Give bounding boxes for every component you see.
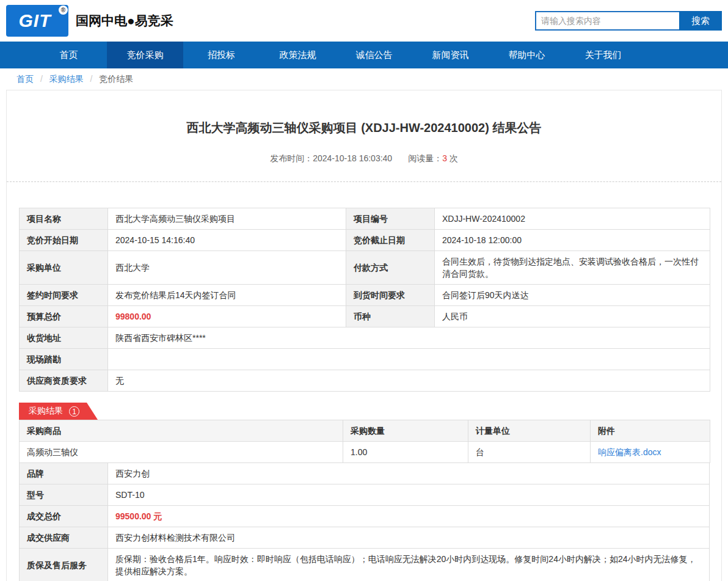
info-label: 币种 [346, 306, 435, 327]
logo-git-text: GIT [19, 10, 56, 31]
breadcrumb-separator: / [90, 74, 93, 84]
breadcrumb: 首页 / 采购结果 / 竞价结果 [0, 68, 728, 90]
site-brand-title: 国网中电●易竞采 [76, 12, 173, 29]
info-label: 收货地址 [20, 327, 108, 349]
column-header-quantity: 采购数量 [343, 420, 468, 442]
product-name-cell: 高频动三轴仪 [20, 442, 343, 463]
views-count: 3 [442, 153, 447, 163]
column-header-unit: 计量单位 [468, 420, 591, 442]
info-value: 发布竞价结果后14天内签订合同 [108, 285, 346, 306]
info-value: 2024-10-18 12:00:00 [435, 230, 710, 251]
info-value: 西北大学 [108, 251, 346, 285]
breadcrumb-home-link[interactable]: 首页 [16, 74, 34, 84]
attachment-file-link[interactable]: 响应偏离表.docx [598, 447, 661, 457]
info-value [108, 349, 710, 370]
product-result-table: 采购商品 采购数量 计量单位 附件 高频动三轴仪 1.00 台 响应偏离表.do… [19, 420, 710, 463]
project-info-table: 项目名称 西北大学高频动三轴仪采购项目 项目编号 XDJJ-HW-2024100… [19, 208, 710, 392]
column-header-attachment: 附件 [591, 420, 710, 442]
detail-value: 西安力创 [108, 463, 710, 484]
table-row: 签约时间要求 发布竞价结果后14天内签订合同 到货时间要求 合同签订后90天内送… [20, 285, 710, 306]
views-unit: 次 [450, 153, 458, 163]
detail-label: 质保及售后服务 [20, 549, 108, 581]
info-label: 供应商资质要求 [20, 370, 108, 392]
detail-value: 西安力创材料检测技术有限公司 [108, 527, 710, 549]
main-nav: 首页 竞价采购 招投标 政策法规 诚信公告 新闻资讯 帮助中心 关于我们 [0, 42, 728, 68]
dashed-divider [7, 181, 721, 182]
quantity-cell: 1.00 [343, 442, 468, 463]
nav-item-policies[interactable]: 政策法规 [260, 42, 336, 68]
breadcrumb-separator: / [40, 74, 43, 84]
info-value: XDJJ-HW-202410002 [435, 208, 710, 230]
table-row: 项目名称 西北大学高频动三轴仪采购项目 项目编号 XDJJ-HW-2024100… [20, 208, 710, 230]
procurement-result-ribbon: 采购结果 1 [19, 403, 98, 420]
table-row: 成交供应商 西安力创材料检测技术有限公司 [20, 527, 710, 549]
unit-cell: 台 [468, 442, 591, 463]
info-value: 合同签订后90天内送达 [435, 285, 710, 306]
detail-value: SDT-10 [108, 484, 710, 506]
nav-item-help-center[interactable]: 帮助中心 [489, 42, 565, 68]
result-count-badge: 1 [69, 406, 79, 417]
search-bar: 搜索 [535, 11, 722, 31]
nav-item-about-us[interactable]: 关于我们 [565, 42, 641, 68]
result-section-header: 采购结果 1 [19, 403, 721, 420]
publish-time-label: 发布时间： [270, 153, 313, 163]
info-value: 2024-10-15 14:16:40 [108, 230, 346, 251]
detail-value: 质保期：验收合格后1年。响应时效：即时响应（包括电话响应）；电话响应无法解决20… [108, 549, 710, 581]
detail-label: 品牌 [20, 463, 108, 484]
breadcrumb-procurement-results-link[interactable]: 采购结果 [49, 74, 84, 84]
table-row: 质保及售后服务 质保期：验收合格后1年。响应时效：即时响应（包括电话响应）；电话… [20, 549, 710, 581]
table-row: 现场踏勘 [20, 349, 710, 370]
attachment-cell: 响应偏离表.docx [591, 442, 710, 463]
info-value: 无 [108, 370, 710, 392]
info-value: 合同生效后，待货物到达指定地点、安装调试验收合格后，一次性付清合同货款。 [435, 251, 710, 285]
info-label: 竞价截止日期 [346, 230, 435, 251]
table-row: 预算总价 99800.00 币种 人民币 [20, 306, 710, 327]
nav-item-bidding-procurement[interactable]: 竞价采购 [107, 42, 183, 68]
table-row: 高频动三轴仪 1.00 台 响应偏离表.docx [20, 442, 710, 463]
search-input[interactable] [535, 11, 679, 31]
column-header-product: 采购商品 [20, 420, 343, 442]
nav-item-home[interactable]: 首页 [31, 42, 107, 68]
table-row: 型号 SDT-10 [20, 484, 710, 506]
breadcrumb-current-page: 竞价结果 [99, 74, 133, 84]
page-title: 西北大学高频动三轴仪采购项目 (XDJJ-HW-202410002) 结果公告 [7, 120, 721, 136]
table-row: 品牌 西安力创 [20, 463, 710, 484]
site-logo[interactable]: GIT ® [6, 5, 68, 37]
detail-label: 型号 [20, 484, 108, 506]
table-header-row: 采购商品 采购数量 计量单位 附件 [20, 420, 710, 442]
info-value: 西北大学高频动三轴仪采购项目 [108, 208, 346, 230]
detail-label: 成交总价 [20, 506, 108, 527]
detail-label: 成交供应商 [20, 527, 108, 549]
article-meta: 发布时间：2024-10-18 16:03:40阅读量：3 次 [7, 153, 721, 164]
info-label: 项目编号 [346, 208, 435, 230]
registered-trademark-icon: ® [59, 5, 68, 15]
info-label: 现场踏勘 [20, 349, 108, 370]
nav-item-tenders[interactable]: 招投标 [183, 42, 260, 68]
info-label: 付款方式 [346, 251, 435, 285]
info-value: 陕西省西安市碑林区**** [108, 327, 710, 349]
table-row: 竞价开始日期 2024-10-15 14:16:40 竞价截止日期 2024-1… [20, 230, 710, 251]
info-label: 签约时间要求 [20, 285, 108, 306]
info-label: 竞价开始日期 [20, 230, 108, 251]
table-row: 成交总价 99500.00 元 [20, 506, 710, 527]
budget-total-value: 99800.00 [108, 306, 346, 327]
info-value: 人民币 [435, 306, 710, 327]
table-row: 采购单位 西北大学 付款方式 合同生效后，待货物到达指定地点、安装调试验收合格后… [20, 251, 710, 285]
table-row: 供应商资质要求 无 [20, 370, 710, 392]
info-label: 预算总价 [20, 306, 108, 327]
info-label: 到货时间要求 [346, 285, 435, 306]
final-price-value: 99500.00 元 [108, 506, 710, 527]
top-header: GIT ® 国网中电●易竞采 搜索 [0, 0, 728, 42]
ribbon-label: 采购结果 [29, 406, 63, 417]
nav-item-integrity-notices[interactable]: 诚信公告 [336, 42, 412, 68]
info-label: 采购单位 [20, 251, 108, 285]
search-button[interactable]: 搜索 [679, 11, 722, 31]
nav-item-news[interactable]: 新闻资讯 [412, 42, 489, 68]
info-label: 项目名称 [20, 208, 108, 230]
views-label: 阅读量： [408, 153, 442, 163]
content-card: 西北大学高频动三轴仪采购项目 (XDJJ-HW-202410002) 结果公告 … [6, 90, 722, 581]
result-detail-table: 品牌 西安力创 型号 SDT-10 成交总价 99500.00 元 成交供应商 … [19, 462, 710, 581]
publish-time-value: 2024-10-18 16:03:40 [313, 153, 392, 163]
table-row: 收货地址 陕西省西安市碑林区**** [20, 327, 710, 349]
